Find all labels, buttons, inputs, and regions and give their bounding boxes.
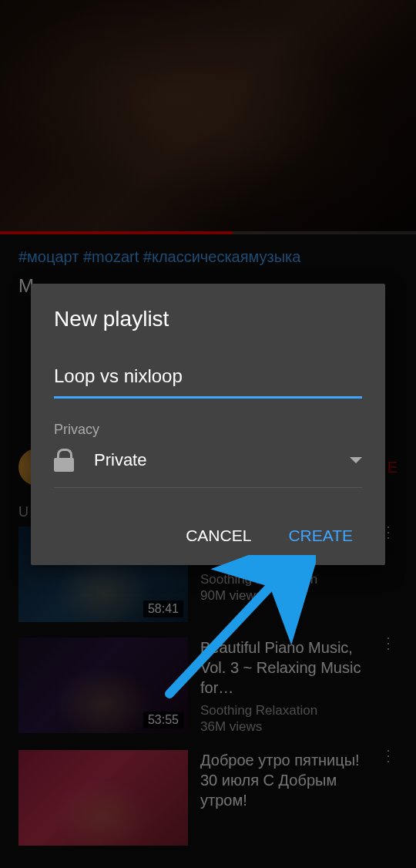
playlist-name-input[interactable] [54,365,362,399]
new-playlist-dialog: New playlist Privacy Private CANCEL CREA… [31,284,385,565]
cancel-button[interactable]: CANCEL [183,519,254,553]
privacy-dropdown[interactable]: Private [54,449,362,488]
create-button[interactable]: CREATE [285,519,356,553]
privacy-label: Privacy [54,422,362,438]
dialog-title: New playlist [54,307,362,331]
lock-icon [54,449,74,472]
privacy-value: Private [94,450,330,470]
chevron-down-icon [350,457,362,463]
dialog-actions: CANCEL CREATE [54,519,362,553]
